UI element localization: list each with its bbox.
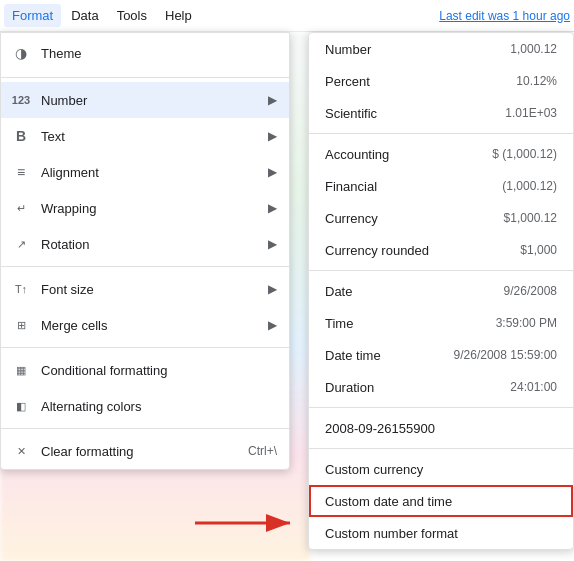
rotation-label: Rotation — [41, 237, 260, 252]
menu-item-number[interactable]: 123 Number ▶ — [1, 82, 289, 118]
submenu-custom-currency-label: Custom currency — [325, 462, 423, 477]
menu-help[interactable]: Help — [157, 4, 200, 27]
red-arrow — [195, 493, 315, 543]
divider-1 — [1, 77, 289, 78]
text-icon: B — [9, 124, 33, 148]
rotation-arrow: ▶ — [268, 237, 277, 251]
theme-icon: ◑ — [9, 41, 33, 65]
menu-tools[interactable]: Tools — [109, 4, 155, 27]
alternating-icon: ◧ — [9, 394, 33, 418]
menu-item-text[interactable]: B Text ▶ — [1, 118, 289, 154]
submenu-time[interactable]: Time 3:59:00 PM — [309, 307, 573, 339]
submenu-currency-rounded[interactable]: Currency rounded $1,000 — [309, 234, 573, 266]
wrapping-arrow: ▶ — [268, 201, 277, 215]
submenu-custom-number[interactable]: Custom number format — [309, 517, 573, 549]
submenu-duration-label: Duration — [325, 380, 374, 395]
submenu-date-label: Date — [325, 284, 352, 299]
conditional-label: Conditional formatting — [41, 363, 277, 378]
menu-item-alternating[interactable]: ◧ Alternating colors — [1, 388, 289, 424]
menu-item-font-size[interactable]: T↑ Font size ▶ — [1, 271, 289, 307]
merge-icon: ⊞ — [9, 313, 33, 337]
submenu-number-label: Number — [325, 42, 371, 57]
submenu-scientific-value: 1.01E+03 — [505, 106, 557, 120]
submenu-currency[interactable]: Currency $1,000.12 — [309, 202, 573, 234]
submenu-custom-datetime[interactable]: Custom date and time — [309, 485, 573, 517]
alignment-label: Alignment — [41, 165, 260, 180]
submenu-custom-number-label: Custom number format — [325, 526, 458, 541]
menu-item-theme[interactable]: ◑ Theme — [1, 33, 289, 73]
submenu-percent[interactable]: Percent 10.12% — [309, 65, 573, 97]
text-arrow: ▶ — [268, 129, 277, 143]
number-arrow: ▶ — [268, 93, 277, 107]
divider-4 — [1, 428, 289, 429]
divider-3 — [1, 347, 289, 348]
submenu-percent-label: Percent — [325, 74, 370, 89]
submenu-timestamp[interactable]: 2008-09-26155900 — [309, 412, 573, 444]
submenu-duration[interactable]: Duration 24:01:00 — [309, 371, 573, 403]
clear-shortcut: Ctrl+\ — [248, 444, 277, 458]
font-size-arrow: ▶ — [268, 282, 277, 296]
submenu-duration-value: 24:01:00 — [510, 380, 557, 394]
number-icon: 123 — [9, 88, 33, 112]
submenu-scientific-label: Scientific — [325, 106, 377, 121]
submenu-number-value: 1,000.12 — [510, 42, 557, 56]
font-size-label: Font size — [41, 282, 260, 297]
submenu-scientific[interactable]: Scientific 1.01E+03 — [309, 97, 573, 129]
submenu-number[interactable]: Number 1,000.12 — [309, 33, 573, 65]
submenu-date-value: 9/26/2008 — [504, 284, 557, 298]
format-menu: ◑ Theme 123 Number ▶ B Text ▶ ≡ Alignmen… — [0, 32, 290, 470]
alignment-icon: ≡ — [9, 160, 33, 184]
submenu-custom-currency[interactable]: Custom currency — [309, 453, 573, 485]
menu-item-wrapping[interactable]: ↵ Wrapping ▶ — [1, 190, 289, 226]
submenu-time-value: 3:59:00 PM — [496, 316, 557, 330]
menu-item-clear[interactable]: ✕ Clear formatting Ctrl+\ — [1, 433, 289, 469]
submenu-financial-value: (1,000.12) — [502, 179, 557, 193]
menu-item-merge[interactable]: ⊞ Merge cells ▶ — [1, 307, 289, 343]
menubar: Format Data Tools Help Last edit was 1 h… — [0, 0, 574, 32]
submenu-timestamp-label: 2008-09-26155900 — [325, 421, 435, 436]
submenu-financial[interactable]: Financial (1,000.12) — [309, 170, 573, 202]
submenu-divider-3 — [309, 407, 573, 408]
submenu-percent-value: 10.12% — [516, 74, 557, 88]
menu-data[interactable]: Data — [63, 4, 106, 27]
theme-label: Theme — [41, 46, 277, 61]
conditional-icon: ▦ — [9, 358, 33, 382]
clear-label: Clear formatting — [41, 444, 248, 459]
submenu-financial-label: Financial — [325, 179, 377, 194]
submenu-date[interactable]: Date 9/26/2008 — [309, 275, 573, 307]
submenu-datetime[interactable]: Date time 9/26/2008 15:59:00 — [309, 339, 573, 371]
wrapping-icon: ↵ — [9, 196, 33, 220]
submenu-currency-rounded-label: Currency rounded — [325, 243, 429, 258]
menu-item-alignment[interactable]: ≡ Alignment ▶ — [1, 154, 289, 190]
text-label: Text — [41, 129, 260, 144]
merge-arrow: ▶ — [268, 318, 277, 332]
submenu-currency-rounded-value: $1,000 — [520, 243, 557, 257]
alignment-arrow: ▶ — [268, 165, 277, 179]
submenu-time-label: Time — [325, 316, 353, 331]
clear-icon: ✕ — [9, 439, 33, 463]
wrapping-label: Wrapping — [41, 201, 260, 216]
submenu-datetime-label: Date time — [325, 348, 381, 363]
rotation-icon: ↗ — [9, 232, 33, 256]
number-label: Number — [41, 93, 260, 108]
submenu-accounting[interactable]: Accounting $ (1,000.12) — [309, 138, 573, 170]
merge-label: Merge cells — [41, 318, 260, 333]
font-size-icon: T↑ — [9, 277, 33, 301]
submenu-custom-datetime-label: Custom date and time — [325, 494, 452, 509]
submenu-divider-4 — [309, 448, 573, 449]
submenu-currency-value: $1,000.12 — [504, 211, 557, 225]
submenu-currency-label: Currency — [325, 211, 378, 226]
alternating-label: Alternating colors — [41, 399, 277, 414]
menu-item-conditional[interactable]: ▦ Conditional formatting — [1, 352, 289, 388]
last-edit-label: Last edit was 1 hour ago — [439, 9, 570, 23]
submenu-datetime-value: 9/26/2008 15:59:00 — [454, 348, 557, 362]
number-submenu: Number 1,000.12 Percent 10.12% Scientifi… — [308, 32, 574, 550]
menu-item-rotation[interactable]: ↗ Rotation ▶ — [1, 226, 289, 262]
divider-2 — [1, 266, 289, 267]
submenu-divider-1 — [309, 133, 573, 134]
submenu-divider-2 — [309, 270, 573, 271]
submenu-accounting-value: $ (1,000.12) — [492, 147, 557, 161]
submenu-accounting-label: Accounting — [325, 147, 389, 162]
menu-format[interactable]: Format — [4, 4, 61, 27]
